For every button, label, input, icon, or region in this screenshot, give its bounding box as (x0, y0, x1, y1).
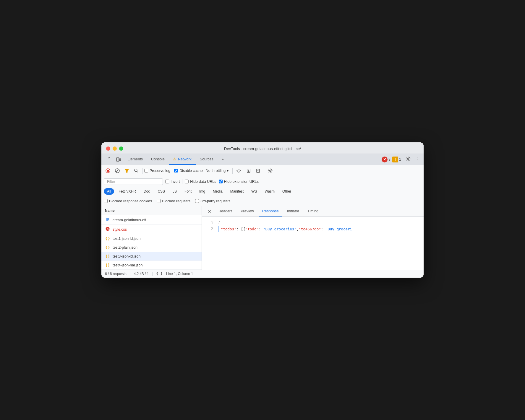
search-button[interactable] (132, 167, 140, 174)
disable-cache-checkbox[interactable] (174, 169, 178, 172)
json-icon-test1: {} (105, 236, 110, 241)
devtools-window: DevTools - cream-gelatinous-effect.glitc… (101, 142, 424, 278)
title-bar: DevTools - cream-gelatinous-effect.glitc… (101, 142, 424, 154)
warning-count: 1 (399, 157, 401, 162)
disable-cache-label[interactable]: Disable cache (174, 169, 203, 173)
type-filter-css[interactable]: CSS (154, 188, 168, 195)
error-icon: ✕ (382, 157, 388, 162)
json-key-todos: "todos" (221, 227, 236, 231)
tab-elements[interactable]: Elements (123, 154, 147, 165)
type-filter-bar: All Fetch/XHR Doc CSS JS Font Img Media … (101, 187, 424, 196)
invert-label[interactable]: Invert (165, 180, 180, 184)
tab-cursor-inspector[interactable] (104, 155, 114, 164)
type-filter-img[interactable]: Img (196, 188, 208, 195)
hide-extension-urls-label[interactable]: Hide extension URLs (219, 180, 259, 184)
more-options-icon[interactable]: ⋮ (413, 155, 421, 163)
file-list: Name cream-gelatinous-eff... (101, 206, 202, 270)
cursor-position: Line 1, Column 1 (166, 272, 193, 276)
filter-button[interactable] (123, 167, 131, 174)
code-line-2: 2 "todos": [{"todo": "Buy groceries","to… (202, 226, 424, 232)
file-item-test2[interactable]: {} test2-plain.json (101, 243, 202, 252)
resp-tab-response[interactable]: Response (259, 206, 282, 216)
resp-tab-timing[interactable]: Timing (304, 206, 322, 216)
hide-data-urls-label[interactable]: Hide data URLs (185, 180, 216, 184)
response-panel: ✕ Headers Preview Response Initiator Tim… (202, 206, 424, 270)
svg-rect-6 (116, 158, 119, 161)
window-title: DevTools - cream-gelatinous-effect.glitc… (224, 146, 301, 151)
export-har-button[interactable] (254, 167, 262, 174)
code-area: 1 { 2 "todos": [{"todo": "Buy groceries"… (202, 217, 424, 236)
hide-data-urls-checkbox[interactable] (185, 180, 189, 183)
tab-bar: Elements Console ⚠ Network Sources » ✕ 3… (101, 154, 424, 165)
file-name-test4: test4-json-hal.json (113, 263, 142, 267)
filter-input[interactable] (104, 178, 163, 185)
throttle-select[interactable]: No throttling ▾ (204, 167, 231, 174)
type-filter-js[interactable]: JS (169, 188, 180, 195)
json-icon-test2: {} (105, 245, 110, 250)
type-filter-other[interactable]: Other (279, 188, 294, 195)
format-icon[interactable]: { } (156, 272, 163, 276)
blocked-cookies-checkbox[interactable] (104, 199, 108, 203)
type-filter-all[interactable]: All (104, 188, 114, 195)
tab-more[interactable]: » (218, 154, 228, 165)
transfer-size: 4.2 kB / 1 (134, 272, 149, 276)
blocked-cookies-label[interactable]: Blocked response cookies (104, 199, 152, 203)
minimize-button[interactable] (113, 146, 117, 151)
file-item-style[interactable]: style.css (101, 225, 202, 234)
toolbar-divider-4 (264, 168, 264, 174)
blocked-requests-checkbox[interactable] (157, 199, 161, 203)
type-filter-media[interactable]: Media (210, 188, 226, 195)
stop-recording-button[interactable] (104, 167, 112, 174)
network-settings-button[interactable] (266, 167, 274, 174)
hide-extension-urls-checkbox[interactable] (219, 180, 223, 183)
request-count: 6 / 8 requests (105, 272, 127, 276)
type-filter-ws[interactable]: WS (248, 188, 260, 195)
file-item-test4[interactable]: {} test4-json-hal.json (101, 261, 202, 270)
warning-icon: ! (392, 157, 398, 162)
type-filter-doc[interactable]: Doc (140, 188, 153, 195)
svg-marker-14 (125, 169, 129, 172)
resp-tab-headers[interactable]: Headers (215, 206, 236, 216)
type-filter-wasm[interactable]: Wasm (262, 188, 278, 195)
svg-rect-5 (107, 160, 107, 160)
file-name-cream: cream-gelatinous-eff... (113, 218, 149, 222)
close-panel-button[interactable]: ✕ (205, 208, 214, 215)
clear-button[interactable] (113, 167, 121, 174)
error-count: 3 (388, 157, 390, 162)
toolbar: Preserve log Disable cache No throttling… (101, 165, 424, 176)
resp-tab-initiator[interactable]: Initiator (283, 206, 303, 216)
third-party-checkbox[interactable] (195, 199, 199, 203)
resp-tab-preview[interactable]: Preview (237, 206, 257, 216)
file-item-test3[interactable]: {} test3-json-ld.json (101, 252, 202, 261)
network-conditions-icon[interactable] (234, 167, 243, 174)
import-har-button[interactable] (244, 167, 253, 174)
svg-rect-1 (108, 157, 108, 158)
tab-device-toggle[interactable] (114, 155, 123, 164)
tab-network[interactable]: ⚠ Network (169, 154, 196, 165)
file-item-cream[interactable]: cream-gelatinous-eff... (101, 215, 202, 225)
maximize-button[interactable] (119, 146, 123, 151)
main-split: Name cream-gelatinous-eff... (101, 206, 424, 270)
file-name-test3: test3-json-ld.json (113, 254, 141, 258)
type-filter-manifest[interactable]: Manifest (227, 188, 247, 195)
blocked-requests-label[interactable]: Blocked requests (157, 199, 190, 203)
type-filter-fetch-xhr[interactable]: Fetch/XHR (115, 188, 139, 195)
preserve-log-checkbox[interactable] (144, 169, 148, 172)
svg-point-17 (239, 172, 239, 172)
svg-rect-11 (107, 170, 109, 172)
tab-console[interactable]: Console (147, 154, 169, 165)
response-tabs: ✕ Headers Preview Response Initiator Tim… (202, 206, 424, 217)
invert-checkbox[interactable] (165, 180, 169, 183)
svg-rect-4 (108, 159, 108, 159)
settings-gear-icon[interactable] (404, 155, 413, 164)
code-line-1: 1 { (202, 220, 424, 226)
third-party-label[interactable]: 3rd-party requests (195, 199, 230, 203)
json-icon-test3: {} (105, 254, 110, 258)
close-button[interactable] (106, 146, 110, 151)
file-item-test1[interactable]: {} test1-json-ld.json (101, 234, 202, 243)
svg-point-22 (270, 170, 271, 171)
preserve-log-label[interactable]: Preserve log (144, 169, 170, 173)
type-filter-font[interactable]: Font (181, 188, 195, 195)
svg-rect-2 (109, 157, 110, 158)
tab-sources[interactable]: Sources (196, 154, 218, 165)
